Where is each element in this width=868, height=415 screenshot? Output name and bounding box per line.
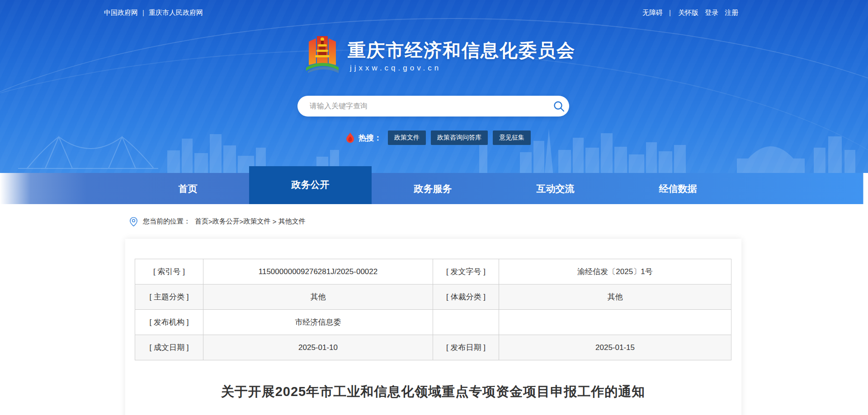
meta-value-doc-no: 渝经信发〔2025〕1号	[499, 259, 731, 284]
table-row: [ 成文日期 ] 2025-01-10 [ 发布日期 ] 2025-01-15	[135, 335, 731, 360]
meta-label-index-no: [ 索引号 ]	[135, 259, 203, 284]
search-bar	[297, 96, 569, 117]
hot-search-label: 热搜：	[359, 133, 382, 143]
site-identity: 重庆市经济和信息化委员会 jjxxw.cq.gov.cn	[348, 35, 576, 73]
link-cq-gov[interactable]: 重庆市人民政府网	[149, 9, 203, 16]
nav-item-home[interactable]: 首页	[127, 173, 249, 204]
search-button[interactable]	[548, 96, 569, 117]
site-url: jjxxw.cq.gov.cn	[348, 64, 576, 73]
breadcrumb: 您当前的位置： 首页 > 政务公开 > 政策文件 > 其他文件	[0, 204, 868, 239]
breadcrumb-gov-disclosure[interactable]: 政务公开	[212, 217, 240, 226]
login-link[interactable]: 登录	[705, 9, 718, 16]
divider: |	[142, 9, 144, 16]
meta-label-publisher: [ 发布机构 ]	[135, 310, 203, 335]
search-icon	[553, 100, 565, 112]
gov-links: 中国政府网|重庆市人民政府网	[104, 9, 203, 17]
divider: |	[669, 9, 671, 16]
breadcrumb-prefix: 您当前的位置：	[143, 217, 190, 226]
breadcrumb-separator: >	[240, 218, 244, 225]
content-card: [ 索引号 ] 11500000009276281J/2025-00022 [ …	[125, 239, 741, 415]
nav-item-data[interactable]: 经信数据	[617, 173, 739, 204]
article-title: 关于开展2025年市工业和信息化领域重点专项资金项目申报工作的通知	[135, 383, 731, 401]
main-nav: 首页 政务公开 政务服务 互动交流 经信数据	[0, 173, 868, 204]
meta-label-publish-date: [ 发布日期 ]	[433, 335, 499, 360]
meta-value-publisher: 市经济信息委	[203, 310, 433, 335]
breadcrumb-policy-files[interactable]: 政策文件	[244, 217, 271, 226]
meta-label-genre-class: [ 体裁分类 ]	[433, 284, 499, 310]
meta-value-written-date: 2025-01-10	[203, 335, 433, 360]
header-hero: 中国政府网|重庆市人民政府网 无障碍|关怀版登录注册	[0, 0, 868, 204]
meta-value-topic-class: 其他	[203, 284, 433, 310]
hot-search-opinion[interactable]: 意见征集	[493, 131, 531, 145]
masthead: 重庆市经济和信息化委员会 jjxxw.cq.gov.cn	[306, 35, 576, 73]
meta-label-doc-no: [ 发文字号 ]	[433, 259, 499, 284]
link-accessibility[interactable]: 无障碍	[642, 9, 663, 16]
site-logo-icon[interactable]	[306, 35, 339, 73]
breadcrumb-separator: >	[208, 218, 212, 225]
meta-label-written-date: [ 成文日期 ]	[135, 335, 203, 360]
breadcrumb-home[interactable]: 首页	[195, 217, 208, 226]
flame-icon	[345, 132, 355, 144]
nav-item-gov-disclosure[interactable]: 政务公开	[249, 166, 372, 204]
nav-items: 首页 政务公开 政务服务 互动交流 经信数据	[127, 173, 739, 204]
hot-search-row: 热搜： 政策文件 政策咨询问答库 意见征集	[345, 130, 536, 145]
meta-value-empty	[499, 310, 731, 335]
breadcrumb-other-files[interactable]: 其他文件	[278, 217, 306, 226]
nav-item-gov-services[interactable]: 政务服务	[372, 173, 494, 204]
location-pin-icon	[129, 216, 138, 227]
document-meta-table: [ 索引号 ] 11500000009276281J/2025-00022 [ …	[135, 259, 731, 360]
table-row: [ 索引号 ] 11500000009276281J/2025-00022 [ …	[135, 259, 731, 284]
hot-search-policy-qa[interactable]: 政策咨询问答库	[431, 131, 488, 145]
meta-label-topic-class: [ 主题分类 ]	[135, 284, 203, 310]
search-input[interactable]	[297, 96, 548, 117]
meta-value-genre-class: 其他	[499, 284, 731, 310]
meta-value-index-no: 11500000009276281J/2025-00022	[203, 259, 433, 284]
link-care-version[interactable]: 关怀版	[678, 9, 698, 16]
table-row: [ 发布机构 ] 市经济信息委	[135, 310, 731, 335]
link-china-gov[interactable]: 中国政府网	[104, 9, 138, 16]
breadcrumb-separator: >	[271, 218, 278, 225]
register-link[interactable]: 注册	[725, 9, 738, 16]
user-links: 无障碍|关怀版登录注册	[636, 9, 738, 17]
nav-item-interaction[interactable]: 互动交流	[494, 173, 617, 204]
meta-label-empty	[433, 310, 499, 335]
site-title: 重庆市经济和信息化委员会	[348, 39, 576, 61]
meta-value-publish-date: 2025-01-15	[499, 335, 731, 360]
top-utility-bar: 中国政府网|重庆市人民政府网 无障碍|关怀版登录注册	[0, 0, 868, 23]
table-row: [ 主题分类 ] 其他 [ 体裁分类 ] 其他	[135, 284, 731, 310]
hot-search-policy-files[interactable]: 政策文件	[388, 131, 426, 145]
